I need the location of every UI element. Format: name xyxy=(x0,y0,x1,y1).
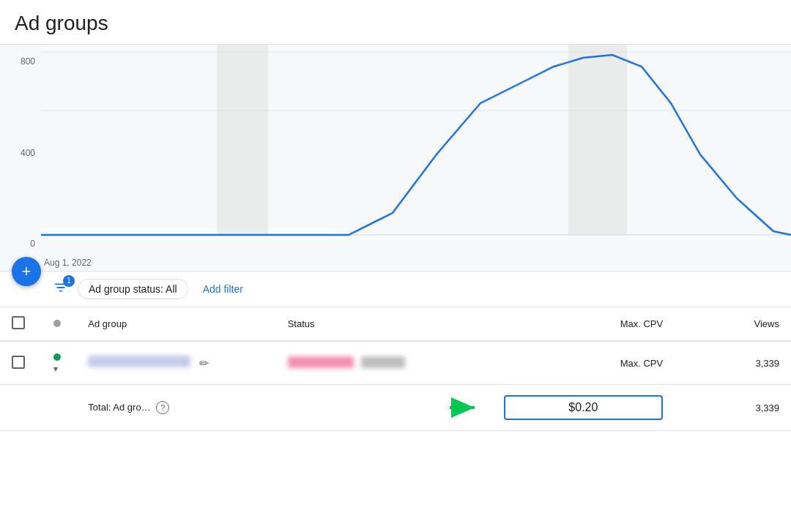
td-checkbox[interactable] xyxy=(0,341,42,385)
filter-icon-wrapper[interactable]: 1 xyxy=(53,280,69,299)
green-arrow-icon xyxy=(448,397,480,418)
filter-bar: + 1 Ad group status: All Add filter xyxy=(0,271,791,307)
th-views: Views xyxy=(675,307,791,341)
total-row: Total: Ad gro… ? $0 xyxy=(0,385,791,431)
x-axis-label: Aug 1, 2022 xyxy=(44,258,92,268)
svg-rect-3 xyxy=(217,45,268,235)
th-status-dot xyxy=(42,307,77,341)
td-ad-group: ✏ xyxy=(76,341,275,385)
cpv-highlight-box[interactable]: $0.20 xyxy=(504,395,664,420)
td-total-label: Total: Ad gro… ? xyxy=(76,385,275,431)
td-total-cpv[interactable]: $0.20 xyxy=(492,385,675,431)
chart-y-labels: 800 400 0 xyxy=(0,56,41,249)
fab-add-button[interactable]: + xyxy=(12,257,41,286)
page-header: Ad groups xyxy=(0,0,791,45)
header-checkbox[interactable] xyxy=(12,316,25,329)
td-total-empty-2 xyxy=(42,385,77,431)
status-dropdown-arrow[interactable]: ▾ xyxy=(53,364,58,374)
th-max-cpv: Max. CPV xyxy=(492,307,675,341)
y-label-400: 400 xyxy=(21,148,35,158)
th-checkbox[interactable] xyxy=(0,307,42,341)
add-filter-button[interactable]: Add filter xyxy=(197,280,249,299)
chart-svg xyxy=(41,45,791,242)
help-icon[interactable]: ? xyxy=(156,401,169,414)
green-arrow-wrapper xyxy=(288,397,480,418)
table-header-row: Ad group Status Max. CPV Views xyxy=(0,307,791,341)
svg-rect-4 xyxy=(568,45,627,235)
edit-icon[interactable]: ✏ xyxy=(199,357,209,370)
header-status-dot xyxy=(53,320,61,327)
td-total-views: 3,339 xyxy=(675,385,791,431)
td-status-value xyxy=(276,341,492,385)
td-views: 3,339 xyxy=(675,341,791,385)
row-checkbox[interactable] xyxy=(12,356,25,369)
page-title: Ad groups xyxy=(15,12,776,35)
th-ad-group: Ad group xyxy=(76,307,275,341)
chart-area: 800 400 0 Aug 1, 2022 xyxy=(0,45,791,271)
td-status-dot: ▾ xyxy=(42,341,77,385)
filter-badge: 1 xyxy=(63,275,75,287)
table-row: ▾ ✏ Max. CPV 3,339 xyxy=(0,341,791,385)
plus-icon: + xyxy=(22,262,31,281)
td-total-empty-1 xyxy=(0,385,42,431)
th-status: Status xyxy=(276,307,492,341)
y-label-0: 0 xyxy=(30,239,35,249)
ad-groups-table: Ad group Status Max. CPV Views ▾ xyxy=(0,307,791,431)
td-max-cpv: Max. CPV xyxy=(492,341,675,385)
ad-group-name-blurred xyxy=(88,356,190,367)
y-label-800: 800 xyxy=(21,56,35,67)
ad-group-status-filter-chip[interactable]: Ad group status: All xyxy=(78,279,188,299)
status-blurred-2 xyxy=(361,356,405,368)
td-total-arrow xyxy=(276,385,492,431)
status-blurred xyxy=(288,356,354,368)
status-dot-active xyxy=(53,353,61,361)
